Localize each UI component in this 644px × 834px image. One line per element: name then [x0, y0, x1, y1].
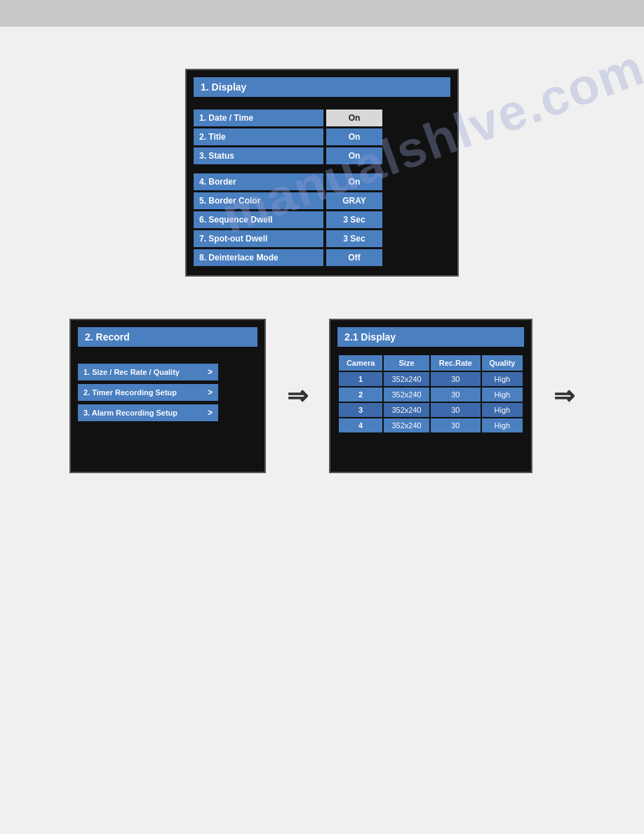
cell-recrate: 30 [431, 403, 481, 417]
cell-size: 352x240 [384, 388, 429, 402]
record-menu-panel: 2. Record 1. Size / Rec Rate / Quality >… [69, 319, 266, 473]
menu-value-border[interactable]: On [326, 173, 382, 190]
menu-row-deinterlace: 8. Deinterlace Mode Off [194, 249, 450, 266]
menu-value-status[interactable]: On [326, 147, 382, 164]
record-label-size-text: 1. Size / Rec Rate / Quality [83, 368, 180, 376]
display21-table: Camera Size Rec.Rate Quality 1352x24030H… [337, 354, 524, 434]
col-header-recrate: Rec.Rate [431, 355, 481, 371]
cell-recrate: 30 [431, 418, 481, 432]
display-menu-panel: 1. Display 1. Date / Time On 2. Title On… [185, 69, 459, 277]
menu-label-border[interactable]: 4. Border [194, 173, 323, 190]
cell-size: 352x240 [384, 418, 429, 432]
cell-recrate: 30 [431, 372, 481, 386]
menu-row-datetime: 1. Date / Time On [194, 110, 450, 126]
menu-value-seq-dwell[interactable]: 3 Sec [326, 211, 382, 228]
table-row: 1352x24030High [339, 372, 523, 386]
table-header-row: Camera Size Rec.Rate Quality [339, 355, 523, 371]
menu-row-spot-dwell: 7. Spot-out Dwell 3 Sec [194, 230, 450, 247]
col-header-quality: Quality [482, 355, 523, 371]
menu-row-status: 3. Status On [194, 147, 450, 164]
cell-camera: 1 [339, 372, 382, 386]
cell-quality: High [482, 403, 523, 417]
record-label-alarm-text: 3. Alarm Recording Setup [83, 409, 177, 417]
record-arrow-alarm: > [208, 408, 213, 418]
record-section: 2. Record 1. Size / Rec Rate / Quality >… [0, 319, 644, 473]
display21-panel: 2.1 Display Camera Size Rec.Rate Quality… [329, 319, 532, 473]
display-menu-section: 1. Display 1. Date / Time On 2. Title On… [0, 69, 644, 277]
menu-label-title[interactable]: 2. Title [194, 128, 323, 145]
cell-quality: High [482, 388, 523, 402]
menu-label-deinterlace[interactable]: 8. Deinterlace Mode [194, 249, 323, 266]
col-header-camera: Camera [339, 355, 382, 371]
record-arrow-size: > [208, 367, 213, 377]
record-label-size[interactable]: 1. Size / Rec Rate / Quality > [78, 364, 218, 380]
record-row-size: 1. Size / Rec Rate / Quality > [78, 364, 257, 380]
menu-row-border: 4. Border On [194, 173, 450, 190]
menu-label-status[interactable]: 3. Status [194, 147, 323, 164]
cell-camera: 4 [339, 418, 382, 432]
menu-label-seq-dwell[interactable]: 6. Sequence Dwell [194, 211, 323, 228]
cell-recrate: 30 [431, 388, 481, 402]
display-menu-title: 1. Display [194, 77, 450, 97]
menu-value-border-color[interactable]: GRAY [326, 192, 382, 209]
record-label-alarm[interactable]: 3. Alarm Recording Setup > [78, 404, 218, 421]
menu-label-border-color[interactable]: 5. Border Color [194, 192, 323, 209]
top-bar [0, 0, 644, 27]
menu-value-deinterlace[interactable]: Off [326, 249, 382, 266]
table-row: 2352x24030High [339, 388, 523, 402]
arrow-right-2: ⇒ [554, 381, 575, 411]
cell-quality: High [482, 418, 523, 432]
menu-value-datetime[interactable]: On [326, 110, 382, 126]
cell-size: 352x240 [384, 403, 429, 417]
cell-size: 352x240 [384, 372, 429, 386]
cell-camera: 2 [339, 388, 382, 402]
col-header-size: Size [384, 355, 429, 371]
record-menu-title: 2. Record [78, 327, 257, 347]
arrow-right-1: ⇒ [287, 381, 308, 411]
menu-row-border-color: 5. Border Color GRAY [194, 192, 450, 209]
record-arrow-timer: > [208, 388, 213, 397]
display21-title: 2.1 Display [337, 327, 524, 347]
record-label-timer-text: 2. Timer Recording Setup [83, 388, 177, 397]
menu-row-title: 2. Title On [194, 128, 450, 145]
menu-value-spot-dwell[interactable]: 3 Sec [326, 230, 382, 247]
table-row: 3352x24030High [339, 403, 523, 417]
menu-row-seq-dwell: 6. Sequence Dwell 3 Sec [194, 211, 450, 228]
menu-value-title[interactable]: On [326, 128, 382, 145]
record-label-timer[interactable]: 2. Timer Recording Setup > [78, 384, 218, 401]
cell-quality: High [482, 372, 523, 386]
record-row-timer: 2. Timer Recording Setup > [78, 384, 257, 401]
menu-label-spot-dwell[interactable]: 7. Spot-out Dwell [194, 230, 323, 247]
table-row: 4352x24030High [339, 418, 523, 432]
menu-label-datetime[interactable]: 1. Date / Time [194, 110, 323, 126]
record-row-alarm: 3. Alarm Recording Setup > [78, 404, 257, 421]
cell-camera: 3 [339, 403, 382, 417]
